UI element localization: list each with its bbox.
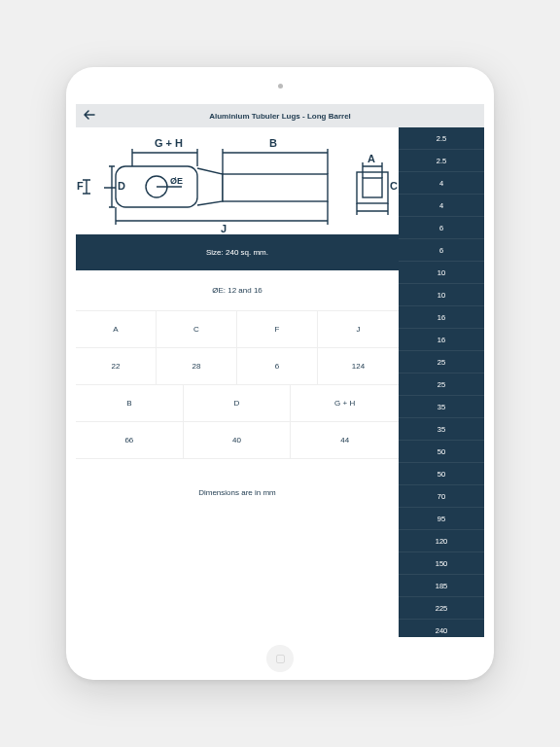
sidebar-size-item[interactable]: 70 [399, 485, 484, 508]
sidebar-size-item[interactable]: 95 [399, 508, 484, 530]
col-header: J [318, 311, 399, 348]
home-square-icon [276, 655, 285, 663]
footnote: Dimensions are in mm [76, 459, 399, 637]
dimension-value: 40 [184, 422, 292, 459]
sidebar-size-item[interactable]: 4 [399, 195, 484, 217]
sidebar-size-item[interactable]: 50 [399, 441, 484, 463]
size-banner: Size: 240 sq. mm. [76, 234, 399, 270]
diagram-label-oe: ØE [170, 176, 183, 186]
dimension-value: 66 [76, 422, 184, 459]
dimension-row1-headers: A C F J [76, 311, 399, 348]
app-screen: Aluminium Tubuler Lugs - Long Barrel [76, 104, 484, 637]
dimension-value: 124 [318, 348, 399, 385]
diagram-label-f: F [77, 180, 84, 192]
sidebar-size-item[interactable]: 25 [399, 351, 484, 374]
diagram-label-j: J [221, 223, 227, 234]
sidebar-size-item[interactable]: 150 [399, 552, 484, 575]
dimension-value: 22 [76, 348, 157, 385]
size-sidebar[interactable]: 2.52.54466101016162525353550507095120150… [399, 127, 484, 637]
dimension-value: 44 [291, 422, 399, 459]
sidebar-size-item[interactable]: 185 [399, 575, 484, 597]
arrow-left-icon [84, 110, 95, 120]
sidebar-size-item[interactable]: 2.5 [399, 127, 484, 150]
tablet-frame: Aluminium Tubuler Lugs - Long Barrel [66, 67, 494, 680]
col-header: B [76, 385, 184, 422]
diagram-label-c: C [390, 180, 398, 192]
main-panel: G + H B F D ØE A C J Size: 240 sq. mm. Ø… [76, 127, 399, 637]
sidebar-size-item[interactable]: 240 [399, 620, 484, 637]
diagram-label-gh: G + H [155, 137, 183, 149]
diagram-label-a: A [368, 153, 375, 164]
col-header: F [237, 311, 318, 348]
svg-rect-2 [223, 174, 328, 201]
col-header: A [76, 311, 157, 348]
col-header: D [184, 385, 292, 422]
sidebar-size-item[interactable]: 4 [399, 172, 484, 195]
diagram-label-b: B [269, 137, 277, 149]
sidebar-size-item[interactable]: 16 [399, 329, 484, 351]
sidebar-size-item[interactable]: 10 [399, 284, 484, 306]
col-header: G + H [291, 385, 399, 422]
svg-rect-3 [357, 172, 388, 203]
sidebar-size-item[interactable]: 6 [399, 239, 484, 262]
tablet-bottom-bezel [66, 637, 494, 680]
content-area: G + H B F D ØE A C J Size: 240 sq. mm. Ø… [76, 127, 484, 637]
sidebar-size-item[interactable]: 120 [399, 530, 484, 552]
tablet-top-bezel [66, 67, 494, 104]
page-title: Aluminium Tubuler Lugs - Long Barrel [76, 112, 484, 121]
dimension-row2-values: 66 40 44 [76, 422, 399, 459]
sidebar-size-item[interactable]: 35 [399, 396, 484, 418]
sidebar-size-item[interactable]: 16 [399, 306, 484, 329]
sidebar-size-item[interactable]: 225 [399, 597, 484, 620]
sidebar-size-item[interactable]: 6 [399, 217, 484, 239]
back-button[interactable] [84, 109, 95, 123]
sidebar-size-item[interactable]: 35 [399, 418, 484, 441]
dimension-value: 28 [157, 348, 237, 385]
sidebar-size-item[interactable]: 25 [399, 374, 484, 396]
dimension-value: 6 [237, 348, 318, 385]
app-header: Aluminium Tubuler Lugs - Long Barrel [76, 104, 484, 127]
dimension-row2-headers: B D G + H [76, 385, 399, 422]
sidebar-size-item[interactable]: 10 [399, 262, 484, 284]
sidebar-size-item[interactable]: 2.5 [399, 150, 484, 172]
lug-diagram: G + H B F D ØE A C J [76, 127, 399, 234]
home-button[interactable] [266, 645, 294, 672]
camera-dot [278, 84, 283, 89]
col-header: C [157, 311, 237, 348]
oe-banner: ØE: 12 and 16 [76, 270, 399, 311]
dimension-row1-values: 22 28 6 124 [76, 348, 399, 385]
svg-rect-4 [363, 178, 382, 197]
diagram-label-d: D [118, 180, 125, 192]
sidebar-size-item[interactable]: 50 [399, 463, 484, 485]
